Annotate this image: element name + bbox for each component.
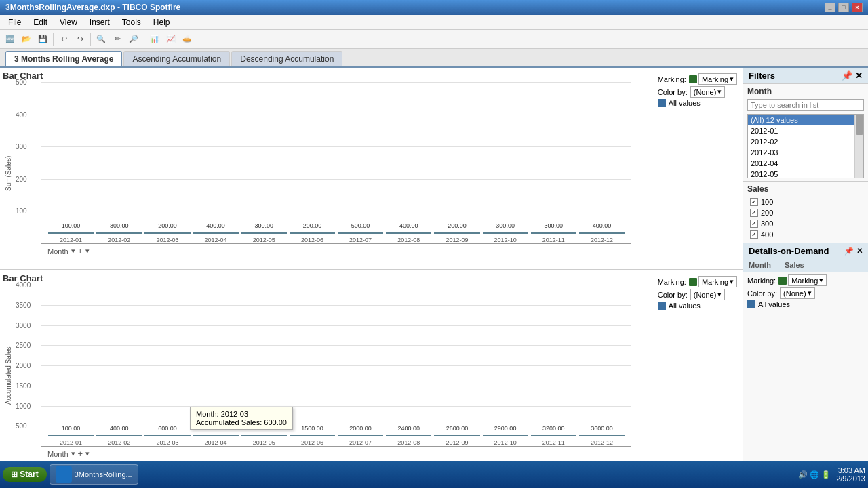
bottom-axis-expand-icon[interactable]: ▾ [85,449,90,458]
filter-item-2012-01[interactable]: 2012-01 [748,125,863,136]
filter-item-2012-05[interactable]: 2012-05 [748,169,863,178]
bar[interactable]: 2600.00 [434,435,479,436]
filter-item-2012-03[interactable]: 2012-03 [748,147,863,158]
filters-pin-icon[interactable]: 📌 [842,70,852,81]
bar[interactable]: 600.00 [144,435,190,436]
top-axis-menu-icon[interactable]: ▾ [71,247,75,256]
bar[interactable]: 300.00 [96,232,142,234]
tab-rolling-average[interactable]: 3 Months Rolling Average [5,51,122,66]
zoom-button[interactable]: 🔎 [126,32,141,47]
minimize-button[interactable]: _ [825,3,835,12]
menu-edit[interactable]: Edit [28,16,53,28]
details-marking-dot [778,277,787,285]
details-marking-dropdown[interactable]: Marking ▾ [788,274,827,286]
open-button[interactable]: 📂 [19,32,34,47]
toolbar: 🆕 📂 💾 ↩ ↪ 🔍 ✏ 🔎 📊 📈 🥧 [0,30,868,49]
bar-group: 2600.002012-09 [434,435,479,446]
sales-100-checkbox[interactable] [750,198,758,206]
bottom-axis-menu-icon[interactable]: ▾ [71,449,75,458]
tab-ascending[interactable]: Ascending Accumulation [123,51,230,66]
bar-x-label: 2012-11 [542,237,565,243]
mark-button[interactable]: ✏ [110,32,125,47]
scrollbar-thumb[interactable] [856,115,863,135]
bars-container: 100.002012-01400.002012-02600.002012-038… [41,285,631,446]
bar[interactable]: 400.00 [579,232,625,234]
top-axis-add-icon[interactable]: + [78,246,83,256]
details-color-arrow-icon[interactable]: ▾ [808,289,812,298]
bar[interactable]: 400.00 [193,232,239,234]
bar-value-label: 100.00 [62,425,81,432]
filter-button[interactable]: 🔍 [94,32,108,47]
new-button[interactable]: 🆕 [3,32,18,47]
bottom-axis-add-icon[interactable]: + [78,449,83,459]
bar[interactable]: 3200.00 [531,435,576,436]
bar[interactable]: 100.00 [48,232,94,234]
bar-value-label: 300.00 [255,222,274,229]
menu-help[interactable]: Help [148,16,176,28]
y-tick-label: 400 [16,110,27,118]
filter-item-2012-02[interactable]: 2012-02 [748,136,863,147]
close-button[interactable]: × [852,3,863,12]
month-search-input[interactable] [747,99,864,111]
menu-tools[interactable]: Tools [117,16,146,28]
bar-group: 2900.002012-10 [483,435,528,446]
bar-value-label: 2600.00 [446,425,469,432]
bar[interactable]: 200.00 [434,232,479,234]
bar[interactable]: 100.00 [48,435,94,436]
title-bar: 3MonthsRollingAverage.dxp - TIBCO Spotfi… [0,0,868,15]
bar-x-label: 2012-02 [108,439,130,446]
chart-bar[interactable]: 📊 [147,32,162,47]
sales-200-checkbox[interactable] [750,209,758,217]
bar[interactable]: 300.00 [483,232,528,234]
bar-group: 2400.002012-08 [386,435,431,446]
details-pin-icon[interactable]: 📌 [844,247,854,256]
details-sales-col: Sales [785,261,804,269]
bar[interactable]: 2900.00 [483,435,528,436]
bar[interactable]: 1500.00 [290,435,335,436]
bar[interactable]: 200.00 [144,232,190,234]
chart-pie[interactable]: 🥧 [180,32,195,47]
tab-descending[interactable]: Descending Accumulation [231,51,342,66]
bar-value-label: 800.00 [206,425,225,432]
sales-300-checkbox[interactable] [750,220,758,228]
bar[interactable]: 300.00 [241,232,287,234]
bottom-chart-container: Accumulated Sales 5001000150020002500300… [3,285,740,467]
menu-file[interactable]: File [3,16,26,28]
bar[interactable]: 400.00 [96,435,142,436]
undo-button[interactable]: ↩ [56,32,71,47]
filters-title: Filters [749,70,775,81]
month-filter-section: Month (All) 12 values 2012-01 2012-02 20… [743,84,868,182]
month-filter-list[interactable]: (All) 12 values 2012-01 2012-02 2012-03 … [747,114,864,178]
sales-200-label: 200 [761,209,773,217]
bar[interactable]: 800.00 [193,435,239,436]
filter-item-all[interactable]: (All) 12 values [748,115,863,125]
sales-200-row: 200 [747,207,864,218]
bar[interactable]: 1300.00 [241,435,287,436]
chart-line[interactable]: 📈 [163,32,178,47]
details-color-dropdown[interactable]: (None) ▾ [780,287,815,299]
bar[interactable]: 2000.00 [338,435,383,436]
start-button[interactable]: ⊞ Start [3,467,47,482]
details-close-icon[interactable]: ✕ [856,247,863,256]
bar[interactable]: 2400.00 [386,435,431,436]
top-axis-expand-icon[interactable]: ▾ [85,247,90,256]
bar-value-label: 200.00 [303,222,322,229]
window-controls[interactable]: _ □ × [825,3,863,12]
bar[interactable]: 500.00 [338,232,383,234]
filters-close-icon[interactable]: ✕ [855,70,863,81]
bar[interactable]: 3600.00 [579,435,625,436]
sales-400-checkbox[interactable] [750,230,758,239]
bar[interactable]: 400.00 [386,232,431,234]
save-button[interactable]: 💾 [35,32,50,47]
bar-value-label: 2400.00 [398,425,420,432]
redo-button[interactable]: ↪ [73,32,87,47]
filter-scrollbar[interactable] [854,115,863,178]
taskbar-spotfire[interactable]: 3MonthsRolling... [50,464,138,485]
maximize-button[interactable]: □ [838,3,849,12]
bar[interactable]: 200.00 [290,232,335,234]
filter-item-2012-04[interactable]: 2012-04 [748,158,863,169]
menu-insert[interactable]: Insert [84,16,115,28]
details-marking-arrow-icon[interactable]: ▾ [819,276,823,285]
bar[interactable]: 300.00 [531,232,576,234]
menu-view[interactable]: View [54,16,83,28]
